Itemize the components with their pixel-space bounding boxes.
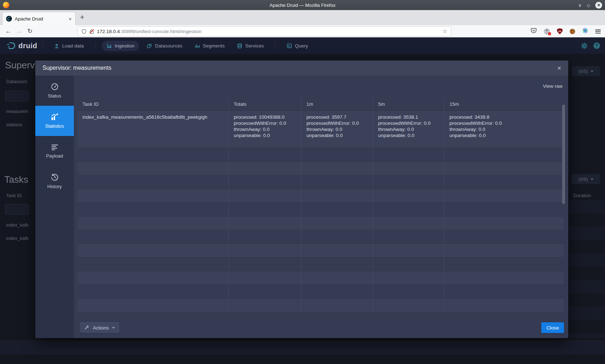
- nav-load-data[interactable]: Load data: [49, 41, 89, 51]
- window-titlebar: Apache Druid — Mozilla Firefox ∨ ◇ ×: [0, 0, 605, 10]
- new-tab-button[interactable]: +: [80, 13, 84, 22]
- tab-close-icon[interactable]: ×: [66, 16, 72, 22]
- actions-button[interactable]: Actions: [80, 322, 119, 333]
- view-raw-link[interactable]: View raw: [543, 83, 563, 89]
- shield-icon[interactable]: [81, 29, 86, 34]
- supervisor-row[interactable]: stations: [6, 122, 22, 127]
- nav-segments[interactable]: Segments: [190, 41, 229, 51]
- tasks-refresh-dropdown[interactable]: (9/9): [572, 174, 600, 184]
- column-header-task-id[interactable]: Task ID: [77, 98, 229, 111]
- druid-favicon-icon: [6, 16, 12, 22]
- nav-ingestion[interactable]: Ingestion: [102, 41, 139, 51]
- minimize-icon[interactable]: ∨: [578, 3, 582, 8]
- nav-services[interactable]: Services: [232, 41, 269, 51]
- supervisors-refresh-count: (5/5): [578, 69, 588, 74]
- column-header-5m[interactable]: 5m: [373, 98, 444, 111]
- forward-icon[interactable]: →: [14, 28, 24, 35]
- column-header-totals[interactable]: Totals: [229, 98, 301, 111]
- cell-5m: processed: 3538.1 processedWithError: 0.…: [373, 111, 444, 148]
- nav-segments-label: Segments: [203, 43, 225, 49]
- supervisor-dialog: Supervisor: measurements × Status Statis…: [35, 60, 568, 338]
- tasks-heading: Tasks: [4, 174, 28, 185]
- table-scrollbar[interactable]: [562, 105, 565, 204]
- sidebar-item-statistics[interactable]: Statistics: [35, 106, 74, 136]
- tab-apache-druid[interactable]: Apache Druid ×: [2, 12, 76, 25]
- column-header-1m[interactable]: 1m: [301, 98, 373, 111]
- duration-column-label: Duration: [573, 193, 591, 198]
- gear-icon[interactable]: [581, 42, 588, 49]
- actions-button-label: Actions: [93, 325, 109, 331]
- table-body: index_kafka_measurements_a5616c5ba8afb8b…: [77, 111, 564, 312]
- table-empty-row: [77, 258, 564, 271]
- tasks-refresh-count: (9/9): [578, 177, 588, 182]
- window-close-icon[interactable]: ×: [595, 2, 602, 9]
- cell-15m: processed: 3439.8 processedWithError: 0.…: [444, 111, 564, 148]
- supervisors-heading: Superv: [5, 60, 35, 71]
- supervisor-row[interactable]: measurem: [6, 109, 28, 114]
- sidebar-item-status[interactable]: Status: [35, 76, 74, 106]
- help-icon[interactable]: ?: [593, 42, 600, 49]
- supervisors-refresh-dropdown[interactable]: (5/5): [572, 66, 600, 76]
- table-empty-row: [77, 203, 564, 217]
- services-icon: [237, 43, 242, 49]
- bookmark-star-icon[interactable]: ☆: [443, 28, 447, 35]
- wrench-icon: [84, 325, 90, 331]
- extension-badge-icon[interactable]: x: [544, 28, 550, 35]
- sidebar-item-label: History: [47, 184, 62, 189]
- table-empty-row: [77, 244, 564, 258]
- nav-ingestion-label: Ingestion: [115, 43, 135, 49]
- table-empty-row: [77, 176, 564, 189]
- table-header-row: Task ID Totals 1m 5m 15m: [77, 98, 564, 111]
- pocket-icon[interactable]: [531, 28, 537, 35]
- ingestion-icon: [107, 43, 112, 49]
- datasource-filter-input[interactable]: [5, 91, 29, 101]
- task-row[interactable]: index_kafk: [6, 236, 28, 241]
- divider: [275, 42, 275, 50]
- close-button[interactable]: Close: [541, 322, 564, 333]
- nav-services-label: Services: [245, 43, 264, 49]
- nav-query[interactable]: Query: [282, 41, 313, 51]
- caret-down-icon: [112, 327, 115, 329]
- insecure-lock-icon[interactable]: [89, 29, 94, 34]
- nav-query-label: Query: [295, 43, 308, 49]
- task-row[interactable]: index_kafk: [6, 222, 28, 228]
- reload-icon[interactable]: ↻: [24, 27, 35, 35]
- table-empty-row: [77, 271, 564, 285]
- table-row[interactable]: index_kafka_measurements_a5616c5ba8afb8b…: [77, 111, 564, 148]
- dialog-close-icon[interactable]: ×: [555, 64, 563, 73]
- maximize-icon[interactable]: ◇: [587, 3, 590, 8]
- background-table-row: [0, 341, 605, 354]
- sidebar-item-label: Statistics: [45, 123, 64, 129]
- table-empty-row: [77, 162, 564, 176]
- dialog-title: Supervisor: measurements: [42, 65, 111, 71]
- screen: Apache Druid — Mozilla Firefox ∨ ◇ × Apa…: [0, 0, 605, 364]
- background-table-rows: [568, 200, 605, 338]
- cookie-icon[interactable]: [570, 29, 575, 34]
- column-header-15m[interactable]: 15m: [444, 98, 564, 111]
- druid-logo[interactable]: druid: [6, 42, 37, 50]
- url-bar[interactable]: 172.18.0.4:30899/unified-console.html#in…: [77, 26, 451, 36]
- cell-1m: processed: 3597.7 processedWithError: 0.…: [301, 111, 373, 148]
- upload-icon: [54, 43, 59, 49]
- window-title: Apache Druid — Mozilla Firefox: [0, 3, 605, 8]
- task-id-column-label: Task ID: [6, 193, 22, 198]
- table-empty-row: [77, 299, 564, 312]
- back-icon[interactable]: ←: [3, 28, 14, 35]
- browser-toolbar: ← → ↻ 172.18.0.4:30899/unified-console.h…: [0, 25, 605, 37]
- druid-navbar: druid Load data Ingestion Datasources Se…: [0, 37, 605, 54]
- statistics-table: Task ID Totals 1m 5m 15m index_kafka_mea…: [77, 98, 564, 312]
- sidebar-item-label: Payload: [46, 153, 63, 159]
- sidebar-item-payload[interactable]: Payload: [35, 136, 74, 166]
- url-text[interactable]: 172.18.0.4:30899/unified-console.html#in…: [97, 29, 443, 34]
- url-path: :30899/unified-console.html#ingestion: [120, 29, 202, 34]
- history-clock-icon: [51, 173, 59, 181]
- caret-down-icon: [591, 178, 593, 180]
- task-filter-input[interactable]: [5, 204, 29, 215]
- divider: [95, 42, 95, 50]
- sidebar-item-history[interactable]: History: [35, 166, 74, 196]
- ublock-shield-icon[interactable]: UO: [557, 28, 563, 35]
- menu-hamburger-icon[interactable]: [595, 29, 601, 33]
- nav-datasources[interactable]: Datasources: [142, 41, 187, 51]
- tab-title: Apache Druid: [15, 16, 66, 22]
- extension-star-icon[interactable]: [582, 28, 588, 35]
